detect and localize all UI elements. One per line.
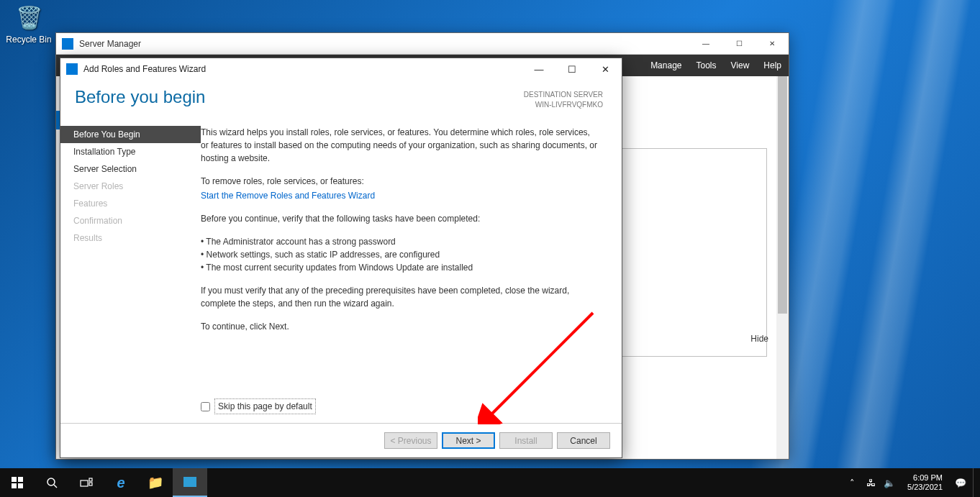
folder-icon: 📁 — [148, 475, 163, 491]
wizard-icon — [66, 63, 78, 75]
close-text: If you must verify that any of the prece… — [201, 284, 599, 310]
nav-results: Results — [60, 229, 201, 247]
scroll-thumb[interactable] — [778, 76, 787, 314]
wizard-footer: < Previous Next > Install Cancel — [60, 423, 622, 457]
install-button: Install — [499, 432, 553, 449]
show-desktop-button[interactable] — [973, 468, 977, 497]
nav-installation-type[interactable]: Installation Type — [60, 143, 201, 160]
svg-rect-5 — [18, 483, 23, 488]
skip-checkbox[interactable] — [201, 402, 210, 411]
continue-text: To continue, click Next. — [201, 320, 599, 333]
clock-date: 5/23/2021 — [907, 483, 943, 492]
server-manager-title: Server Manager — [79, 39, 689, 49]
task-view-icon — [80, 478, 93, 488]
svg-rect-9 — [89, 478, 92, 481]
skip-label[interactable]: Skip this page by default — [214, 398, 316, 414]
close-button[interactable]: ✕ — [756, 33, 789, 55]
prereq-3: The most current security updates from W… — [201, 261, 599, 274]
trash-icon: 🗑️ — [14, 3, 43, 32]
svg-rect-4 — [12, 483, 17, 488]
destination-label: DESTINATION SERVER — [524, 90, 603, 100]
wizard-titlebar[interactable]: Add Roles and Features Wizard — ☐ ✕ — [60, 58, 622, 80]
destination-server-name: WIN-LIVFRVQFMKO — [524, 100, 603, 110]
cancel-button[interactable]: Cancel — [557, 432, 610, 449]
network-icon: 🖧 — [866, 478, 876, 488]
maximize-button[interactable]: ☐ — [722, 33, 756, 55]
tray-network[interactable]: 🖧 — [864, 468, 877, 497]
verify-text: Before you continue, verify that the fol… — [201, 212, 599, 225]
nav-server-selection[interactable]: Server Selection — [60, 160, 201, 178]
task-view-button[interactable] — [69, 468, 104, 497]
destination-server-block: DESTINATION SERVER WIN-LIVFRVQFMKO — [524, 87, 603, 110]
nav-features: Features — [60, 195, 201, 212]
scrollbar[interactable] — [776, 76, 789, 459]
svg-rect-10 — [89, 483, 92, 485]
previous-button: < Previous — [384, 432, 437, 449]
clock-time: 6:09 PM — [907, 473, 943, 483]
skip-row: Skip this page by default — [201, 398, 316, 414]
server-manager-titlebar[interactable]: Server Manager — ☐ ✕ — [56, 33, 789, 55]
prereq-1: The Administrator account has a strong p… — [201, 235, 599, 248]
hide-link[interactable]: Hide — [750, 334, 768, 344]
nav-server-roles: Server Roles — [60, 178, 201, 195]
server-manager-taskbar-button[interactable] — [173, 468, 207, 497]
recycle-bin-icon[interactable]: 🗑️ Recycle Bin — [4, 3, 54, 45]
tray-volume[interactable]: 🔈 — [883, 468, 896, 497]
nav-before-you-begin[interactable]: Before You Begin — [60, 126, 201, 143]
svg-rect-3 — [18, 477, 23, 482]
wizard-minimize-button[interactable]: — — [522, 59, 555, 79]
tray-chevron[interactable]: ˄ — [845, 468, 858, 497]
add-roles-wizard: Add Roles and Features Wizard — ☐ ✕ Befo… — [60, 58, 622, 458]
prereq-2: Network settings, such as static IP addr… — [201, 248, 599, 261]
minimize-button[interactable]: — — [689, 33, 722, 55]
intro-text: This wizard helps you install roles, rol… — [201, 126, 599, 165]
taskbar: e 📁 ˄ 🖧 🔈 6:09 PM 5/23/2021 💬 — [0, 468, 980, 497]
wizard-heading: Before you begin — [75, 87, 205, 107]
file-explorer-button[interactable]: 📁 — [138, 468, 173, 497]
search-button[interactable] — [35, 468, 69, 497]
ie-button[interactable]: e — [104, 468, 138, 497]
server-manager-icon — [62, 38, 73, 50]
tray-notifications[interactable]: 💬 — [954, 468, 967, 497]
prereq-list: The Administrator account has a strong p… — [201, 235, 599, 274]
wizard-nav: Before You Begin Installation Type Serve… — [60, 119, 201, 423]
notification-icon: 💬 — [955, 478, 966, 488]
remove-wizard-link[interactable]: Start the Remove Roles and Features Wiza… — [201, 191, 375, 201]
menu-tools[interactable]: Tools — [697, 60, 717, 70]
wizard-header: Before you begin DESTINATION SERVER WIN-… — [60, 80, 622, 119]
svg-rect-2 — [12, 477, 17, 482]
svg-point-6 — [47, 478, 55, 485]
search-icon — [46, 477, 58, 488]
menu-manage[interactable]: Manage — [650, 60, 681, 70]
recycle-bin-label: Recycle Bin — [4, 35, 54, 45]
wizard-close-button[interactable]: ✕ — [589, 59, 622, 79]
wizard-maximize-button[interactable]: ☐ — [555, 59, 589, 79]
wizard-title: Add Roles and Features Wizard — [83, 64, 522, 74]
server-manager-taskbar-icon — [183, 477, 196, 487]
chevron-up-icon: ˄ — [850, 478, 855, 488]
svg-rect-8 — [81, 480, 88, 486]
menu-view[interactable]: View — [731, 60, 750, 70]
svg-line-7 — [54, 485, 57, 488]
volume-icon: 🔈 — [884, 478, 895, 488]
nav-confirmation: Confirmation — [60, 212, 201, 229]
next-button[interactable]: Next > — [442, 432, 495, 449]
remove-text: To remove roles, role services, or featu… — [201, 175, 599, 188]
taskbar-clock[interactable]: 6:09 PM 5/23/2021 — [902, 473, 948, 492]
ie-icon: e — [117, 475, 124, 491]
windows-icon — [12, 477, 23, 488]
wizard-content: This wizard helps you install roles, rol… — [201, 119, 622, 423]
menu-help[interactable]: Help — [763, 60, 781, 70]
start-button[interactable] — [0, 468, 35, 497]
